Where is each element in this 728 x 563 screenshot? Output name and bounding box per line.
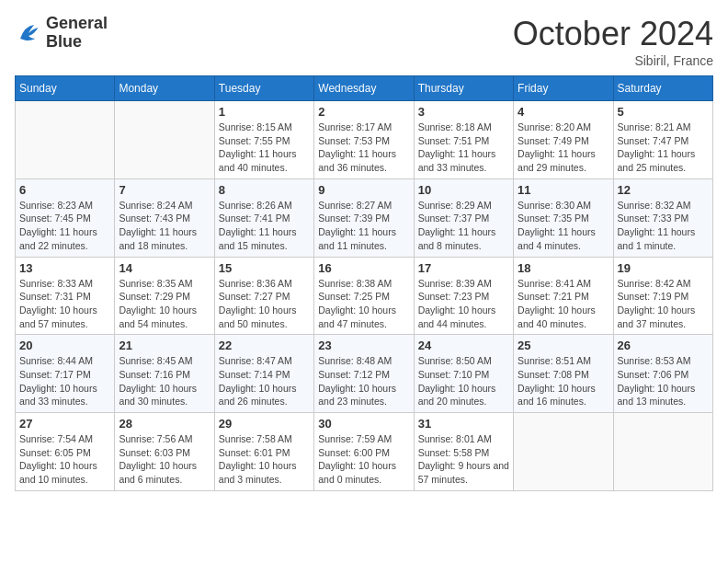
sunrise-text: Sunrise: 8:39 AM xyxy=(418,278,492,289)
sunset-text: Sunset: 7:39 PM xyxy=(318,213,390,224)
sunrise-text: Sunrise: 8:17 AM xyxy=(318,121,392,132)
day-number: 16 xyxy=(318,261,409,275)
daylight-text: Daylight: 11 hours and 8 minutes. xyxy=(418,226,496,251)
sunset-text: Sunset: 7:14 PM xyxy=(219,369,290,380)
day-info: Sunrise: 8:50 AM Sunset: 7:10 PM Dayligh… xyxy=(418,354,509,408)
day-info: Sunrise: 8:45 AM Sunset: 7:16 PM Dayligh… xyxy=(119,354,210,408)
day-number: 15 xyxy=(219,261,310,275)
sunset-text: Sunset: 6:01 PM xyxy=(219,447,290,458)
calendar-cell: 3 Sunrise: 8:18 AM Sunset: 7:51 PM Dayli… xyxy=(414,101,513,179)
daylight-text: Daylight: 11 hours and 22 minutes. xyxy=(19,226,97,251)
sunrise-text: Sunrise: 8:23 AM xyxy=(19,200,93,211)
calendar-cell: 16 Sunrise: 8:38 AM Sunset: 7:25 PM Dayl… xyxy=(314,257,414,335)
day-info: Sunrise: 8:18 AM Sunset: 7:51 PM Dayligh… xyxy=(418,121,509,175)
sunset-text: Sunset: 7:16 PM xyxy=(119,369,190,380)
calendar-cell: 23 Sunrise: 8:48 AM Sunset: 7:12 PM Dayl… xyxy=(314,335,414,413)
sunset-text: Sunset: 6:03 PM xyxy=(119,447,190,458)
sunrise-text: Sunrise: 8:44 AM xyxy=(19,355,93,366)
weekday-header: Wednesday xyxy=(314,76,414,101)
sunset-text: Sunset: 7:27 PM xyxy=(219,291,290,302)
day-info: Sunrise: 8:51 AM Sunset: 7:08 PM Dayligh… xyxy=(518,354,609,408)
sunrise-text: Sunrise: 8:42 AM xyxy=(618,278,691,289)
day-number: 21 xyxy=(119,339,210,352)
sunset-text: Sunset: 7:41 PM xyxy=(219,213,290,224)
calendar-cell: 5 Sunrise: 8:21 AM Sunset: 7:47 PM Dayli… xyxy=(613,101,712,179)
calendar-cell: 6 Sunrise: 8:23 AM Sunset: 7:45 PM Dayli… xyxy=(16,178,115,257)
sunrise-text: Sunrise: 7:54 AM xyxy=(19,433,93,444)
sunset-text: Sunset: 7:55 PM xyxy=(219,135,290,146)
day-info: Sunrise: 8:24 AM Sunset: 7:43 PM Dayligh… xyxy=(119,199,210,253)
calendar-week-row: 6 Sunrise: 8:23 AM Sunset: 7:45 PM Dayli… xyxy=(16,178,713,257)
day-number: 8 xyxy=(219,183,310,197)
daylight-text: Daylight: 10 hours and 3 minutes. xyxy=(219,460,297,485)
daylight-text: Daylight: 10 hours and 0 minutes. xyxy=(318,460,396,485)
calendar-cell: 13 Sunrise: 8:33 AM Sunset: 7:31 PM Dayl… xyxy=(16,257,115,335)
sunrise-text: Sunrise: 7:58 AM xyxy=(219,433,292,444)
day-info: Sunrise: 8:38 AM Sunset: 7:25 PM Dayligh… xyxy=(318,277,409,331)
sunrise-text: Sunrise: 8:48 AM xyxy=(318,355,392,366)
sunrise-text: Sunrise: 8:30 AM xyxy=(518,200,591,211)
daylight-text: Daylight: 10 hours and 13 minutes. xyxy=(618,383,696,408)
day-number: 9 xyxy=(318,183,409,197)
day-info: Sunrise: 8:48 AM Sunset: 7:12 PM Dayligh… xyxy=(318,354,409,408)
day-info: Sunrise: 8:27 AM Sunset: 7:39 PM Dayligh… xyxy=(318,199,409,253)
day-info: Sunrise: 8:47 AM Sunset: 7:14 PM Dayligh… xyxy=(219,354,310,408)
day-info: Sunrise: 7:59 AM Sunset: 6:00 PM Dayligh… xyxy=(318,432,409,487)
calendar-cell: 10 Sunrise: 8:29 AM Sunset: 7:37 PM Dayl… xyxy=(414,178,513,257)
day-number: 6 xyxy=(19,183,110,197)
day-number: 1 xyxy=(219,105,310,119)
weekday-header: Friday xyxy=(514,76,613,101)
sunset-text: Sunset: 7:23 PM xyxy=(418,291,490,302)
sunset-text: Sunset: 7:31 PM xyxy=(19,291,91,302)
sunrise-text: Sunrise: 8:27 AM xyxy=(318,200,392,211)
calendar-cell: 17 Sunrise: 8:39 AM Sunset: 7:23 PM Dayl… xyxy=(414,257,513,335)
daylight-text: Daylight: 10 hours and 47 minutes. xyxy=(318,304,396,329)
day-info: Sunrise: 8:41 AM Sunset: 7:21 PM Dayligh… xyxy=(518,277,609,331)
day-number: 3 xyxy=(418,105,509,119)
sunset-text: Sunset: 7:33 PM xyxy=(618,213,689,224)
day-info: Sunrise: 7:56 AM Sunset: 6:03 PM Dayligh… xyxy=(119,432,210,487)
day-info: Sunrise: 8:15 AM Sunset: 7:55 PM Dayligh… xyxy=(219,121,310,175)
day-number: 5 xyxy=(618,105,709,119)
day-info: Sunrise: 7:58 AM Sunset: 6:01 PM Dayligh… xyxy=(219,432,310,487)
daylight-text: Daylight: 10 hours and 30 minutes. xyxy=(119,383,197,408)
calendar-cell: 24 Sunrise: 8:50 AM Sunset: 7:10 PM Dayl… xyxy=(414,335,513,413)
weekday-header: Monday xyxy=(115,76,214,101)
calendar-cell: 27 Sunrise: 7:54 AM Sunset: 6:05 PM Dayl… xyxy=(16,413,115,491)
daylight-text: Daylight: 11 hours and 40 minutes. xyxy=(219,148,297,173)
daylight-text: Daylight: 10 hours and 23 minutes. xyxy=(318,383,396,408)
calendar-cell: 9 Sunrise: 8:27 AM Sunset: 7:39 PM Dayli… xyxy=(314,178,414,257)
day-number: 24 xyxy=(418,339,509,352)
location: Sibiril, France xyxy=(513,53,713,68)
daylight-text: Daylight: 10 hours and 6 minutes. xyxy=(119,460,197,485)
daylight-text: Daylight: 11 hours and 1 minute. xyxy=(618,226,696,251)
weekday-header: Saturday xyxy=(613,76,712,101)
calendar-cell: 22 Sunrise: 8:47 AM Sunset: 7:14 PM Dayl… xyxy=(214,335,313,413)
day-info: Sunrise: 8:33 AM Sunset: 7:31 PM Dayligh… xyxy=(19,277,110,331)
calendar-cell: 2 Sunrise: 8:17 AM Sunset: 7:53 PM Dayli… xyxy=(314,101,414,179)
day-number: 29 xyxy=(219,417,310,431)
daylight-text: Daylight: 10 hours and 50 minutes. xyxy=(219,304,297,329)
calendar-cell: 28 Sunrise: 7:56 AM Sunset: 6:03 PM Dayl… xyxy=(115,413,214,491)
sunrise-text: Sunrise: 8:33 AM xyxy=(19,278,93,289)
logo: General Blue xyxy=(15,15,108,52)
day-info: Sunrise: 8:26 AM Sunset: 7:41 PM Dayligh… xyxy=(219,199,310,253)
sunset-text: Sunset: 7:47 PM xyxy=(618,135,689,146)
calendar-cell: 21 Sunrise: 8:45 AM Sunset: 7:16 PM Dayl… xyxy=(115,335,214,413)
calendar-cell xyxy=(16,101,115,179)
weekday-header: Thursday xyxy=(414,76,513,101)
day-info: Sunrise: 8:21 AM Sunset: 7:47 PM Dayligh… xyxy=(618,121,709,175)
daylight-text: Daylight: 9 hours and 57 minutes. xyxy=(418,460,509,485)
day-number: 4 xyxy=(518,105,609,119)
sunset-text: Sunset: 5:58 PM xyxy=(418,447,490,458)
sunrise-text: Sunrise: 8:51 AM xyxy=(518,355,591,366)
sunset-text: Sunset: 7:53 PM xyxy=(318,135,390,146)
day-number: 7 xyxy=(119,183,210,197)
day-number: 10 xyxy=(418,183,509,197)
sunrise-text: Sunrise: 8:01 AM xyxy=(418,433,492,444)
day-info: Sunrise: 8:35 AM Sunset: 7:29 PM Dayligh… xyxy=(119,277,210,331)
calendar-cell: 7 Sunrise: 8:24 AM Sunset: 7:43 PM Dayli… xyxy=(115,178,214,257)
daylight-text: Daylight: 10 hours and 26 minutes. xyxy=(219,383,297,408)
sunset-text: Sunset: 7:35 PM xyxy=(518,213,589,224)
sunrise-text: Sunrise: 8:35 AM xyxy=(119,278,192,289)
